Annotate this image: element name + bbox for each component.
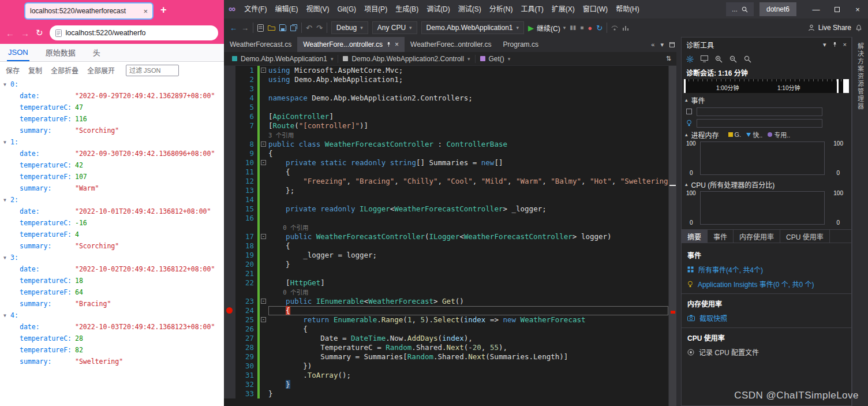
solution-name-badge[interactable]: dotnet6 [760, 2, 796, 16]
code-line[interactable]: 15 private readonly ILogger<WeatherForec… [224, 204, 668, 214]
timeline-range-end[interactable] [837, 79, 839, 93]
code-line[interactable]: 19 _logger = logger; [224, 251, 668, 260]
code-line[interactable]: 1-using Microsoft.AspNetCore.Mvc; [224, 66, 668, 75]
json-property-row[interactable]: date:"2022-10-02T20:49:42.1368122+08:00" [0, 263, 224, 275]
step-over-icon[interactable] [611, 25, 618, 31]
json-array-item-row[interactable]: ▼2: [0, 194, 224, 206]
json-property-row[interactable]: temperatureF:64 [0, 286, 224, 298]
twisty-expanded-icon[interactable]: ▼ [3, 313, 10, 318]
json-property-row[interactable]: summary:"Sweltering" [0, 356, 224, 367]
tab-memory-usage[interactable]: 内存使用率 [734, 230, 780, 243]
close-panel-icon[interactable]: × [843, 41, 847, 48]
code-editor[interactable]: 1-using Microsoft.AspNetCore.Mvc;2using … [224, 66, 668, 406]
browser-tab[interactable]: localhost:5220/weatherforecast × [24, 2, 154, 20]
code-line[interactable]: 31 .ToArray(); [224, 371, 668, 380]
code-line[interactable]: 32 } [224, 380, 668, 389]
editor-vertical-scrollbar[interactable] [668, 66, 676, 406]
json-property-row[interactable]: temperatureC:28 [0, 333, 224, 344]
stop-icon[interactable]: ■ [580, 25, 583, 31]
new-tab-button[interactable]: + [160, 4, 167, 16]
memory-section-header[interactable]: ▴ 进程内存 G. 快.. 专用.. [682, 129, 851, 140]
menu-item[interactable]: 文件(F) [240, 0, 271, 18]
code-line[interactable]: 2using Demo.Abp.WebApplication1; [224, 75, 668, 84]
save-button[interactable]: 保存 [6, 65, 20, 75]
restart-icon[interactable]: ↻ [596, 24, 603, 32]
json-property-row[interactable]: temperatureF:107 [0, 171, 224, 182]
code-line[interactable]: 27 Date = DateTime.Now.AddDays(index), [224, 334, 668, 343]
json-array-item-row[interactable]: ▼4: [0, 310, 224, 321]
code-line[interactable]: 23- public IEnumerable<WeatherForecast> … [224, 297, 668, 306]
back-button[interactable]: ← [6, 28, 14, 38]
redo-icon[interactable]: ↷ [316, 24, 323, 32]
open-file-icon[interactable] [268, 25, 275, 31]
startup-project-dropdown[interactable]: Demo.Abp.WebApplication1▾ [421, 21, 524, 34]
menu-item[interactable]: 编辑(E) [271, 0, 302, 18]
json-array-item-row[interactable]: ▼3: [0, 252, 224, 263]
twisty-expanded-icon[interactable]: ▼ [3, 255, 10, 260]
events-section-header[interactable]: ▴ 事件 [682, 94, 851, 106]
forward-button[interactable]: → [21, 28, 29, 38]
diagnostics-icon[interactable] [622, 25, 629, 31]
menu-item[interactable]: 工具(T) [517, 0, 547, 18]
json-property-row[interactable]: date:"2022-10-01T20:49:42.136812+08:00" [0, 206, 224, 217]
twisty-expanded-icon[interactable]: ▼ [3, 198, 10, 203]
json-property-row[interactable]: temperatureC:18 [0, 275, 224, 286]
code-line[interactable]: 8-public class WeatherForecastController… [224, 140, 668, 149]
copy-button[interactable]: 复制 [28, 65, 42, 75]
breadcrumb-project[interactable]: Demo.Abp.WebApplication1 ▾ [227, 55, 338, 63]
float-window-icon[interactable] [669, 37, 675, 52]
new-file-icon[interactable] [257, 24, 264, 32]
tab-overflow-icon[interactable]: « [651, 37, 654, 52]
menu-item[interactable]: 分析(N) [485, 0, 517, 18]
code-line[interactable]: 11 { [224, 167, 668, 177]
menu-item[interactable]: 生成(B) [391, 0, 422, 18]
fold-margin[interactable]: - [260, 315, 268, 325]
code-line[interactable]: 20 } [224, 260, 668, 269]
solution-explorer-vertical-tab[interactable]: 解决方案资源管理器 [856, 43, 865, 147]
code-line[interactable]: 21 [224, 269, 668, 278]
code-line[interactable]: 13 }; [224, 186, 668, 195]
json-property-row[interactable]: date:"2022-09-30T20:49:42.1368096+08:00" [0, 148, 224, 159]
code-line[interactable]: 14 [224, 195, 668, 204]
json-property-row[interactable]: summary:"Warm" [0, 182, 224, 194]
take-snapshot-link[interactable]: 截取快照 [687, 313, 845, 323]
zoom-out-icon[interactable] [729, 55, 737, 63]
fold-margin[interactable]: - [260, 297, 268, 306]
code-line[interactable]: 3 [224, 84, 668, 94]
app-insights-events-link[interactable]: Application Insights 事件(0 个, 共0 个) [687, 279, 845, 289]
save-all-icon[interactable] [290, 24, 297, 31]
twisty-expanded-icon[interactable]: ▼ [3, 82, 10, 87]
navigate-forward-icon[interactable]: → [241, 24, 249, 32]
reload-button[interactable]: ↻ [36, 28, 43, 38]
document-tab[interactable]: WeatherForecast.cs [224, 37, 297, 52]
record-cpu-profile-link[interactable]: 记录 CPU 配置文件 [687, 347, 845, 357]
menu-item[interactable]: 项目(P) [360, 0, 391, 18]
json-property-row[interactable]: summary:"Scorching" [0, 240, 224, 252]
json-property-row[interactable]: temperatureC:42 [0, 159, 224, 171]
codelens-row[interactable]: 3 个引用 [224, 131, 668, 140]
json-property-row[interactable]: summary:"Scorching" [0, 125, 224, 136]
expand-all-button[interactable]: 全部展开 [87, 65, 115, 75]
json-array-item-row[interactable]: ▼0: [0, 79, 224, 90]
code-line[interactable]: 10- private static readonly string[] Sum… [224, 158, 668, 167]
code-line[interactable]: 33} [224, 389, 668, 398]
json-tree[interactable]: ▼0:date:"2022-09-29T20:49:42.1362897+08:… [0, 79, 224, 406]
fold-margin[interactable]: - [260, 158, 268, 167]
code-line[interactable]: 30 }) [224, 362, 668, 371]
maximize-button[interactable] [826, 0, 847, 18]
fold-margin[interactable]: - [260, 232, 268, 241]
json-property-row[interactable]: temperatureC:-16 [0, 217, 224, 229]
menu-item[interactable]: 调试(D) [422, 0, 454, 18]
code-line[interactable]: 12 "Freezing", "Bracing", "Chilly", "Coo… [224, 177, 668, 186]
panel-splitter[interactable] [676, 37, 681, 406]
tab-list-dropdown-icon[interactable]: ▾ [660, 37, 664, 52]
live-share-button[interactable]: Live Share [808, 24, 851, 32]
platform-dropdown[interactable]: Any CPU▾ [372, 21, 417, 34]
tab-summary[interactable]: 摘要 [682, 230, 708, 243]
json-property-row[interactable]: date:"2022-09-29T20:49:42.1362897+08:00" [0, 90, 224, 102]
json-array-item-row[interactable]: ▼1: [0, 136, 224, 148]
tab-cpu-usage[interactable]: CPU 使用率 [780, 230, 830, 243]
configuration-dropdown[interactable]: Debug▾ [331, 21, 368, 34]
code-line[interactable]: 28 TemperatureC = Random.Shared.Next(-20… [224, 343, 668, 352]
json-filter-input[interactable] [126, 65, 179, 76]
